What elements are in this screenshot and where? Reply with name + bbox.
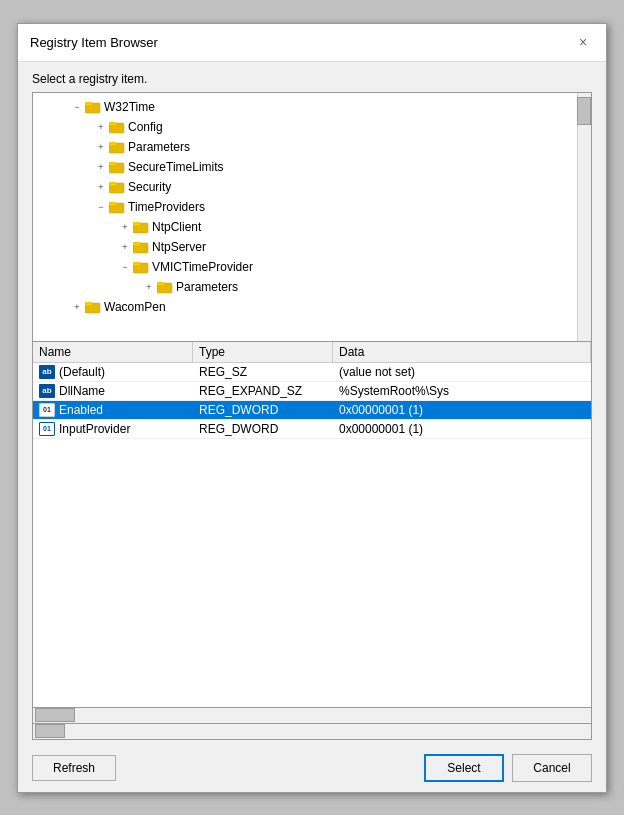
expand-icon-w32time[interactable]: −	[69, 99, 85, 115]
tree-item-w32time[interactable]: − W32Time	[33, 97, 591, 117]
reg-icon-inputprovider: 01	[39, 422, 55, 436]
tree-item-ntpserver[interactable]: + NtpServer	[33, 237, 591, 257]
tree-label-security: Security	[128, 178, 171, 196]
tree-label-wacompen: WacomPen	[104, 298, 166, 316]
folder-icon-securetime	[109, 160, 125, 174]
svg-rect-26	[133, 262, 140, 265]
folder-icon-config	[109, 120, 125, 134]
tree-item-security[interactable]: + Security	[33, 177, 591, 197]
cell-type-dllname: REG_EXPAND_SZ	[193, 382, 333, 400]
svg-rect-17	[109, 202, 116, 205]
expand-icon-security[interactable]: +	[93, 179, 109, 195]
hscroll-list-thumb[interactable]	[35, 708, 75, 722]
list-row-dllname[interactable]: ab DllName REG_EXPAND_SZ %SystemRoot%\Sy…	[33, 382, 591, 401]
select-button[interactable]: Select	[424, 754, 504, 782]
tree-inner: − W32Time + Config +	[33, 93, 591, 321]
close-button[interactable]: ×	[572, 31, 594, 53]
tree-item-vmicparams[interactable]: + Parameters	[33, 277, 591, 297]
col-header-type: Type	[193, 342, 333, 362]
folder-icon-vmicparams	[157, 280, 173, 294]
tree-label-ntpclient: NtpClient	[152, 218, 201, 236]
svg-rect-23	[133, 242, 140, 245]
tree-item-parameters[interactable]: + Parameters	[33, 137, 591, 157]
folder-icon-timeproviders	[109, 200, 125, 214]
svg-rect-20	[133, 222, 140, 225]
tree-label-vmictime: VMICTimeProvider	[152, 258, 253, 276]
list-label-inputprovider: InputProvider	[59, 422, 130, 436]
list-label-default: (Default)	[59, 365, 105, 379]
expand-icon-vmictime[interactable]: −	[117, 259, 133, 275]
tree-label-parameters: Parameters	[128, 138, 190, 156]
tree-item-ntpclient[interactable]: + NtpClient	[33, 217, 591, 237]
tree-label-w32time: W32Time	[104, 98, 155, 116]
hscroll-extra-thumb[interactable]	[35, 724, 65, 738]
svg-rect-11	[109, 162, 116, 165]
list-row-enabled[interactable]: 01 Enabled REG_DWORD 0x00000001 (1)	[33, 401, 591, 420]
svg-rect-8	[109, 142, 116, 145]
cell-data-default: (value not set)	[333, 363, 591, 381]
cell-type-enabled: REG_DWORD	[193, 401, 333, 419]
tree-scrollbar[interactable]	[577, 93, 591, 341]
svg-rect-5	[109, 122, 116, 125]
dialog-title: Registry Item Browser	[30, 35, 158, 50]
svg-rect-29	[157, 282, 164, 285]
expand-icon-config[interactable]: +	[93, 119, 109, 135]
expand-icon-ntpclient[interactable]: +	[117, 219, 133, 235]
cell-data-dllname: %SystemRoot%\Sys	[333, 382, 591, 400]
expand-icon-vmicparams[interactable]: +	[141, 279, 157, 295]
list-panel[interactable]: Name Type Data ab (Default) REG_SZ (valu…	[32, 342, 592, 708]
reg-icon-default: ab	[39, 365, 55, 379]
cell-data-enabled: 0x00000001 (1)	[333, 401, 591, 419]
tree-item-vmictime[interactable]: − VMICTimeProvider	[33, 257, 591, 277]
tree-item-securetime[interactable]: + SecureTimeLimits	[33, 157, 591, 177]
list-header: Name Type Data	[33, 342, 591, 363]
reg-icon-dllname: ab	[39, 384, 55, 398]
folder-icon-w32time	[85, 100, 101, 114]
action-buttons: Select Cancel	[424, 754, 592, 782]
list-row-default[interactable]: ab (Default) REG_SZ (value not set)	[33, 363, 591, 382]
main-content: − W32Time + Config +	[18, 92, 606, 740]
expand-icon-timeproviders[interactable]: −	[93, 199, 109, 215]
list-label-dllname: DllName	[59, 384, 105, 398]
tree-panel[interactable]: − W32Time + Config +	[32, 92, 592, 342]
col-header-name: Name	[33, 342, 193, 362]
tree-scroll-thumb[interactable]	[577, 97, 591, 125]
expand-icon-securetime[interactable]: +	[93, 159, 109, 175]
cell-type-inputprovider: REG_DWORD	[193, 420, 333, 438]
cell-name-inputprovider: 01 InputProvider	[33, 420, 193, 438]
tree-item-timeproviders[interactable]: − TimeProviders	[33, 197, 591, 217]
cell-name-dllname: ab DllName	[33, 382, 193, 400]
svg-rect-14	[109, 182, 116, 185]
folder-icon-parameters	[109, 140, 125, 154]
folder-icon-vmictime	[133, 260, 149, 274]
folder-icon-ntpclient	[133, 220, 149, 234]
button-bar: Refresh Select Cancel	[18, 744, 606, 792]
tree-label-ntpserver: NtpServer	[152, 238, 206, 256]
tree-item-config[interactable]: + Config	[33, 117, 591, 137]
cancel-button[interactable]: Cancel	[512, 754, 592, 782]
col-header-data: Data	[333, 342, 591, 362]
svg-rect-2	[85, 102, 92, 105]
expand-icon-parameters[interactable]: +	[93, 139, 109, 155]
cell-data-inputprovider: 0x00000001 (1)	[333, 420, 591, 438]
reg-icon-enabled: 01	[39, 403, 55, 417]
cell-name-enabled: 01 Enabled	[33, 401, 193, 419]
list-label-enabled: Enabled	[59, 403, 103, 417]
svg-rect-32	[85, 302, 92, 305]
cell-name-default: ab (Default)	[33, 363, 193, 381]
tree-label-vmicparams: Parameters	[176, 278, 238, 296]
title-bar: Registry Item Browser ×	[18, 24, 606, 62]
folder-icon-ntpserver	[133, 240, 149, 254]
tree-label-timeproviders: TimeProviders	[128, 198, 205, 216]
tree-item-wacompen[interactable]: + WacomPen	[33, 297, 591, 317]
list-row-inputprovider[interactable]: 01 InputProvider REG_DWORD 0x00000001 (1…	[33, 420, 591, 439]
registry-browser-dialog: Registry Item Browser × Select a registr…	[17, 23, 607, 793]
hscroll-list[interactable]	[32, 708, 592, 724]
tree-label-config: Config	[128, 118, 163, 136]
hscroll-extra[interactable]	[32, 724, 592, 740]
instruction-text: Select a registry item.	[18, 62, 606, 92]
folder-icon-wacompen	[85, 300, 101, 314]
refresh-button[interactable]: Refresh	[32, 755, 116, 781]
expand-icon-ntpserver[interactable]: +	[117, 239, 133, 255]
expand-icon-wacompen[interactable]: +	[69, 299, 85, 315]
